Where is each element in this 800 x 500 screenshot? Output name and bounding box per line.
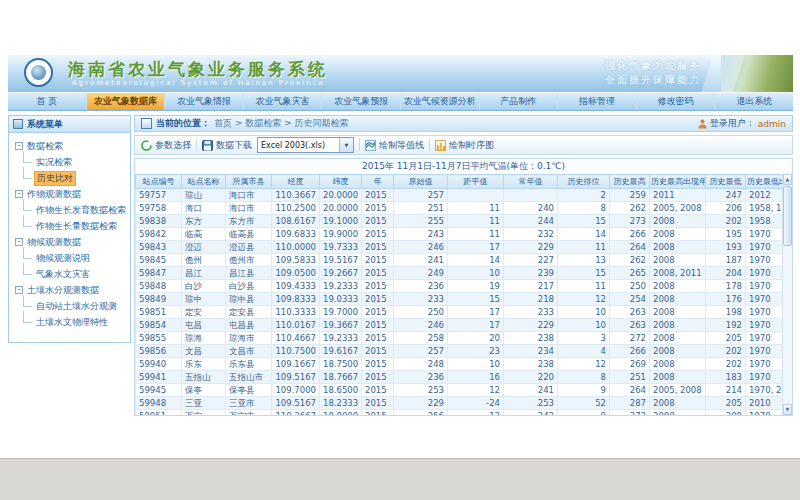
table-cell: 19 (448, 280, 504, 293)
divider (429, 139, 430, 151)
table-cell: 9 (558, 410, 610, 417)
table-row[interactable]: 59847昌江昌江县109.050019.2667201524910239152… (136, 267, 790, 280)
table-cell: 文昌 (182, 345, 226, 358)
table-body: 59757琼山海口市110.366720.0000201525722592011… (136, 189, 790, 417)
param-select-button[interactable]: 参数选择 (141, 139, 191, 152)
download-format-select[interactable]: Excel 2003(.xls) ▼ (257, 137, 354, 153)
collapse-icon[interactable]: - (15, 238, 23, 246)
app-title: 海南省农业气象业务服务系统 (68, 58, 328, 81)
column-header: 所属市县 (226, 175, 272, 189)
table-cell: 2008 (650, 371, 706, 384)
tree-item[interactable]: 土壤水文物理特性 (11, 314, 128, 330)
table-row[interactable]: 59856文昌文昌市110.750019.6167201525723234426… (136, 345, 790, 358)
table-cell: 110.0000 (272, 241, 320, 254)
nav-item[interactable]: 农业气候资源分析 (401, 93, 480, 110)
table-cell: 白沙 (182, 280, 226, 293)
table-row[interactable]: 59941五指山五指山市109.516718.76672015236162208… (136, 371, 790, 384)
table-row[interactable]: 59845儋州儋州市109.583319.5167201524114227132… (136, 254, 790, 267)
table-cell: 262 (610, 202, 650, 215)
draw-isoline-label: 绘制等值线 (379, 139, 424, 152)
table-row[interactable]: 59851定安定安县110.333319.7000201525017233102… (136, 306, 790, 319)
table-row[interactable]: 59854屯昌屯昌县110.016719.3667201524617229102… (136, 319, 790, 332)
table-cell: 59849 (136, 293, 182, 306)
table-row[interactable]: 59838东方东方市108.616719.1000201525511244152… (136, 215, 790, 228)
table-row[interactable]: 59945保亭保亭县109.700018.6500201525312241926… (136, 384, 790, 397)
nav-item[interactable]: 农业气象灾害 (244, 93, 323, 110)
table-cell: 8 (558, 202, 610, 215)
table-row[interactable]: 59757琼山海口市110.366720.0000201525722592011… (136, 189, 790, 202)
table-row[interactable]: 59843澄迈澄迈县110.000019.7333201524617229112… (136, 241, 790, 254)
tree-item[interactable]: 历史比对 (11, 170, 128, 186)
table-cell: 59757 (136, 189, 182, 202)
table-row[interactable]: 59940乐东乐东县109.166718.7500201524810238122… (136, 358, 790, 371)
table-cell: 110.0167 (272, 319, 320, 332)
tree-group-label: 数据检索 (27, 140, 63, 153)
table-cell: 198 (706, 306, 746, 319)
table-cell: 110.3667 (272, 410, 320, 417)
draw-timeseries-button[interactable]: 绘制时序图 (435, 139, 494, 152)
table-header-row: 站点编号站点名称所属市县经度纬度年原始值距平值常年值历史排位历史最高历史最高出现… (136, 175, 790, 189)
refresh-icon (141, 140, 152, 151)
table-cell: 定安 (182, 306, 226, 319)
table-cell: 儋州 (182, 254, 226, 267)
slogan-line-2: 全面提升保障能力 (605, 73, 701, 87)
table-cell: 264 (610, 384, 650, 397)
table-cell: 2005, 2008 (650, 384, 706, 397)
table-cell: 2008 (650, 241, 706, 254)
nav-item[interactable]: 农业气象数据库 (87, 93, 166, 110)
nav-item[interactable]: 农业气象情报 (165, 93, 244, 110)
scroll-thumb[interactable] (783, 186, 792, 246)
table-scrollbar[interactable]: ▲ ▼ (782, 174, 792, 415)
table-row[interactable]: 59849琼中琼中县109.833319.0333201523315218122… (136, 293, 790, 306)
divider (359, 139, 360, 151)
nav-item[interactable]: 修改密码 (637, 93, 716, 110)
table-cell: 8 (558, 371, 610, 384)
table-cell: 11 (448, 215, 504, 228)
table-row[interactable]: 59848白沙白沙县109.433319.2333201523619217112… (136, 280, 790, 293)
table-cell: 202 (706, 215, 746, 228)
table-cell: 59940 (136, 358, 182, 371)
table-cell: 254 (610, 293, 650, 306)
sidebar: 系统菜单 -数据检索实况检索历史比对-作物观测数据作物生长发育数据检索作物生长量… (8, 115, 134, 460)
nav-item[interactable]: 首 页 (8, 93, 87, 110)
main-area: 系统菜单 -数据检索实况检索历史比对-作物观测数据作物生长发育数据检索作物生长量… (8, 115, 793, 460)
table-row[interactable]: 59948三亚三亚市109.516718.23332015229-2425352… (136, 397, 790, 410)
table-cell: 东方市 (226, 215, 272, 228)
tree-item[interactable]: 作物生长量数据检索 (11, 218, 128, 234)
collapse-icon[interactable]: - (15, 286, 23, 294)
data-download-button[interactable]: 数据下载 (202, 139, 252, 152)
slogan-line-1: 强化气象为农服务 (605, 59, 701, 73)
collapse-icon[interactable]: - (15, 142, 23, 150)
tree-item-label: 实况检索 (34, 156, 74, 169)
table-cell: 178 (706, 280, 746, 293)
table-cell: 9 (558, 384, 610, 397)
table-cell: 屯昌 (182, 319, 226, 332)
nav-item[interactable]: 指标管理 (558, 93, 637, 110)
collapse-icon[interactable]: - (15, 190, 23, 198)
scroll-down-icon[interactable]: ▼ (783, 404, 792, 415)
table-cell: 2008 (650, 332, 706, 345)
table-cell: 保亭县 (226, 384, 272, 397)
table-row[interactable]: 59758海口海口市110.250020.0000201525111240826… (136, 202, 790, 215)
table-cell: 109.1667 (272, 358, 320, 371)
nav-item[interactable]: 退出系统 (715, 93, 793, 110)
scroll-up-icon[interactable]: ▲ (783, 174, 792, 185)
table-cell: 59848 (136, 280, 182, 293)
nav-item[interactable]: 农业气象预报 (322, 93, 401, 110)
table-cell: 19.2333 (320, 280, 362, 293)
draw-isoline-button[interactable]: 绘制等值线 (365, 139, 424, 152)
tree-item[interactable]: 气象水文灾害 (11, 266, 128, 282)
breadcrumb[interactable]: 首页 > 数据检索 > 历史同期检索 (214, 117, 349, 130)
nav-item[interactable]: 产品制作 (480, 93, 559, 110)
column-header: 历史最高 (610, 175, 650, 189)
table-cell: 2008 (650, 228, 706, 241)
table-cell: 240 (504, 202, 558, 215)
table-cell: 18.8000 (320, 410, 362, 417)
table-row[interactable]: 59951万宁万宁市110.366718.8000201525613243927… (136, 410, 790, 417)
table-cell: 204 (706, 267, 746, 280)
table-cell: 193 (706, 241, 746, 254)
table-cell: 229 (394, 397, 448, 410)
table-row[interactable]: 59855琼海琼海市110.466719.2333201525820238327… (136, 332, 790, 345)
table-row[interactable]: 59842临高临高县109.683319.9000201524311232142… (136, 228, 790, 241)
table-cell: 265 (610, 267, 650, 280)
